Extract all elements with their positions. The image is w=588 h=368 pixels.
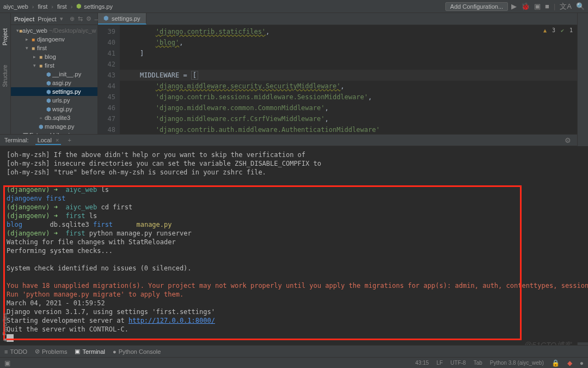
run-toolbar: Add Configuration... ▶ 🐞 ▣ ■ | 文A 🔍 <box>445 2 585 11</box>
tree-item[interactable]: ▫db.sqlite3 <box>11 113 97 122</box>
indent-mode[interactable]: Tab <box>474 360 482 366</box>
server-url-link[interactable]: http://127.0.0.1:8000/ <box>128 317 215 324</box>
encoding[interactable]: UTF-8 <box>450 360 465 366</box>
terminal-body[interactable]: [oh-my-zsh] If the above didn't help or … <box>0 146 588 342</box>
collapse-icon[interactable]: ⇆ <box>78 15 83 22</box>
check-icon: ✔ <box>561 27 564 33</box>
bottom-tool-tabs: ≡ TODO ⊘ Problems ▣ Terminal ● Python Co… <box>0 345 588 357</box>
terminal-add-tab[interactable]: + <box>68 137 71 143</box>
python-file-icon: ⬢ <box>103 15 109 22</box>
gear-icon[interactable]: ⚙ <box>565 136 571 144</box>
editor: ⬢ settings.py 39404142434445464748 'djan… <box>98 13 588 134</box>
tree-folder[interactable]: ▸■blog <box>11 52 97 61</box>
terminal-header: Terminal: Local × + ⚙ — <box>0 134 588 146</box>
structure-tool-tab[interactable]: Structure <box>2 65 8 87</box>
breadcrumb[interactable]: aiyc_web› first› first› ⬢ settings.py <box>3 3 445 10</box>
play-icon[interactable]: ▶ <box>511 2 517 10</box>
lock-icon[interactable]: 🔒 <box>552 359 560 367</box>
project-panel-title: Project <box>14 16 34 22</box>
warning-icon: ▲ <box>543 27 547 33</box>
todo-tab[interactable]: ≡ TODO <box>4 348 27 355</box>
ext-icon-1[interactable]: ◆ <box>567 359 572 367</box>
editor-tab-label: settings.py <box>112 15 140 22</box>
breadcrumb-item[interactable]: aiyc_web <box>3 3 28 10</box>
tree-file-py[interactable]: ⬢asgi.py <box>11 79 97 87</box>
debug-icon[interactable]: 🐞 <box>521 2 530 10</box>
breadcrumb-item[interactable]: first <box>38 3 48 10</box>
coverage-icon[interactable]: ▣ <box>534 2 541 10</box>
project-panel: Project Project ▾ ⊕ ⇆ ⚙ — ▾■ aiyc_web ~/… <box>11 13 98 134</box>
terminal-tab-local[interactable]: Local × <box>35 136 62 145</box>
terminal-tab[interactable]: ▣ Terminal <box>75 348 105 355</box>
tree-file-py[interactable]: ⬢manage.py <box>11 122 97 131</box>
python-console-tab[interactable]: ● Python Console <box>113 348 161 355</box>
status-icon[interactable]: ▣ <box>4 359 10 367</box>
locate-icon[interactable]: ⊕ <box>70 15 75 22</box>
search-icon[interactable]: 🔍 <box>576 2 585 10</box>
gear-icon[interactable]: ⚙ <box>86 15 91 22</box>
interpreter[interactable]: Python 3.8 (aiyc_web) <box>490 360 544 366</box>
project-panel-header: Project Project ▾ ⊕ ⇆ ⚙ — <box>11 13 97 25</box>
tree-folder[interactable]: ▾■first <box>11 61 97 70</box>
terminal-title: Terminal: <box>4 137 29 143</box>
breadcrumb-file[interactable]: settings.py <box>84 3 113 10</box>
project-tool-tab[interactable]: Project <box>2 28 8 45</box>
tree-file-py[interactable]: ⬢settings.py <box>11 87 97 96</box>
left-tool-rail: Project Structure <box>0 13 11 134</box>
tree-file-py[interactable]: ⬢__init__.py <box>11 70 97 79</box>
tree-folder[interactable]: ▸■djangoenv <box>11 35 97 44</box>
status-bar: ▣ 43:15 LF UTF-8 Tab Python 3.8 (aiyc_we… <box>0 357 588 368</box>
tree-file-py[interactable]: ⬢urls.py <box>11 96 97 105</box>
tree-file-py[interactable]: ⬢wsgi.py <box>11 105 97 113</box>
favorites-tool-tab[interactable]: ★ Favorites <box>0 311 10 345</box>
line-separator[interactable]: LF <box>437 360 443 366</box>
navigation-bar: aiyc_web› first› first› ⬢ settings.py Ad… <box>0 0 588 13</box>
problems-tab[interactable]: ⊘ Problems <box>35 348 67 355</box>
tree-root[interactable]: ▾■ aiyc_web ~/Desktop/aiyc_w <box>11 26 97 35</box>
tree-item[interactable]: ▸𝍢External Libraries <box>11 131 97 134</box>
editor-tabs: ⬢ settings.py <box>98 13 588 25</box>
ext-icon-2[interactable]: ● <box>580 359 584 367</box>
editor-tab-settings[interactable]: ⬢ settings.py <box>98 13 146 25</box>
add-configuration-button[interactable]: Add Configuration... <box>445 2 508 11</box>
code-area[interactable]: 39404142434445464748 'django.contrib.sta… <box>98 25 588 134</box>
translate-icon[interactable]: 文A <box>560 2 572 11</box>
gutter: 39404142434445464748 <box>98 25 120 134</box>
python-file-icon: ⬢ <box>76 3 82 10</box>
breadcrumb-item[interactable]: first <box>57 3 67 10</box>
caret-position[interactable]: 43:15 <box>415 360 429 366</box>
stop-icon[interactable]: ■ <box>545 2 549 10</box>
tree-folder[interactable]: ▾■first <box>11 44 97 52</box>
project-tree[interactable]: ▾■ aiyc_web ~/Desktop/aiyc_w ▸■djangoenv… <box>11 25 97 134</box>
